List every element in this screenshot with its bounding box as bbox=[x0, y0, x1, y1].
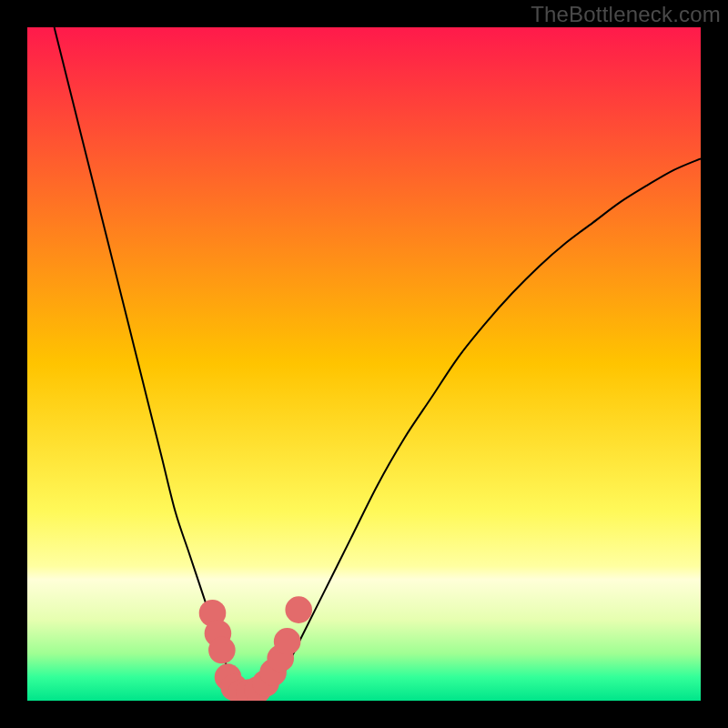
gradient-background bbox=[27, 27, 701, 701]
chart-frame: TheBottleneck.com bbox=[0, 0, 728, 728]
chart-svg bbox=[27, 27, 701, 701]
marker-dot bbox=[208, 637, 236, 664]
plot-area bbox=[27, 27, 701, 701]
marker-dot bbox=[274, 628, 301, 655]
marker-dot bbox=[285, 596, 312, 623]
watermark-text: TheBottleneck.com bbox=[531, 2, 721, 27]
